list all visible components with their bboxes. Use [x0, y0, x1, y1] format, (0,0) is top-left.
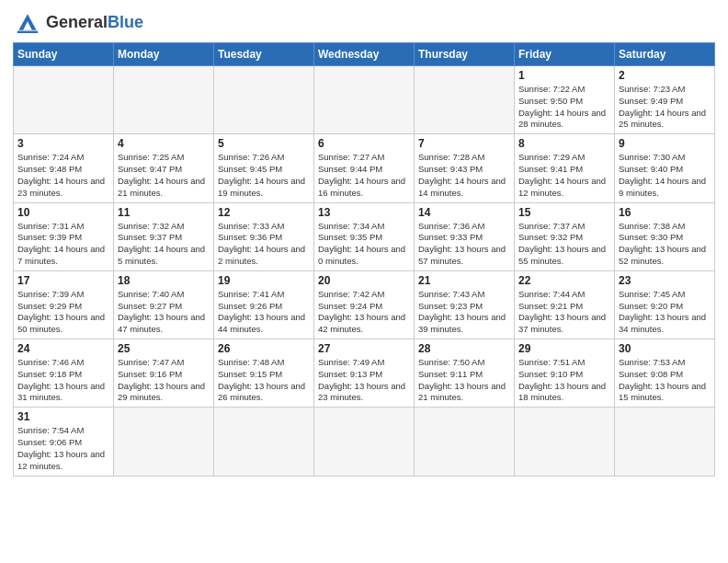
- calendar-cell: 28Sunrise: 7:50 AM Sunset: 9:11 PM Dayli…: [415, 339, 515, 408]
- calendar-cell: [314, 66, 415, 134]
- day-number: 18: [118, 274, 210, 287]
- day-number: 4: [118, 137, 210, 150]
- calendar-week-row: 24Sunrise: 7:46 AM Sunset: 9:18 PM Dayli…: [14, 339, 715, 408]
- calendar-cell: 29Sunrise: 7:51 AM Sunset: 9:10 PM Dayli…: [515, 339, 615, 408]
- calendar-cell: [415, 408, 515, 476]
- weekday-header-monday: Monday: [114, 43, 214, 66]
- day-number: 3: [17, 137, 109, 150]
- day-info: Sunrise: 7:51 AM Sunset: 9:10 PM Dayligh…: [518, 357, 610, 404]
- day-info: Sunrise: 7:28 AM Sunset: 9:43 PM Dayligh…: [418, 152, 510, 199]
- day-info: Sunrise: 7:31 AM Sunset: 9:39 PM Dayligh…: [17, 221, 109, 268]
- day-number: 16: [619, 206, 711, 219]
- day-number: 1: [518, 69, 610, 82]
- day-info: Sunrise: 7:48 AM Sunset: 9:15 PM Dayligh…: [218, 357, 310, 404]
- calendar-cell: 5Sunrise: 7:26 AM Sunset: 9:45 PM Daylig…: [214, 134, 314, 202]
- weekday-header-sunday: Sunday: [14, 43, 114, 66]
- day-info: Sunrise: 7:47 AM Sunset: 9:16 PM Dayligh…: [118, 357, 210, 404]
- day-number: 31: [17, 410, 109, 423]
- day-number: 13: [318, 206, 410, 219]
- day-info: Sunrise: 7:44 AM Sunset: 9:21 PM Dayligh…: [518, 289, 610, 336]
- calendar-cell: 18Sunrise: 7:40 AM Sunset: 9:27 PM Dayli…: [114, 270, 214, 339]
- calendar-cell: 20Sunrise: 7:42 AM Sunset: 9:24 PM Dayli…: [314, 270, 415, 339]
- calendar-cell: 7Sunrise: 7:28 AM Sunset: 9:43 PM Daylig…: [415, 134, 515, 202]
- day-info: Sunrise: 7:50 AM Sunset: 9:11 PM Dayligh…: [418, 357, 510, 404]
- day-number: 24: [17, 342, 109, 355]
- day-info: Sunrise: 7:33 AM Sunset: 9:36 PM Dayligh…: [218, 221, 310, 268]
- calendar-cell: [114, 408, 214, 476]
- day-info: Sunrise: 7:25 AM Sunset: 9:47 PM Dayligh…: [118, 152, 210, 199]
- day-info: Sunrise: 7:38 AM Sunset: 9:30 PM Dayligh…: [619, 221, 711, 268]
- day-info: Sunrise: 7:53 AM Sunset: 9:08 PM Dayligh…: [619, 357, 711, 404]
- day-info: Sunrise: 7:42 AM Sunset: 9:24 PM Dayligh…: [318, 289, 410, 336]
- day-number: 10: [17, 206, 109, 219]
- weekday-header-saturday: Saturday: [615, 43, 715, 66]
- day-info: Sunrise: 7:49 AM Sunset: 9:13 PM Dayligh…: [318, 357, 410, 404]
- day-number: 22: [518, 274, 610, 287]
- day-number: 29: [518, 342, 610, 355]
- calendar-cell: 23Sunrise: 7:45 AM Sunset: 9:20 PM Dayli…: [615, 270, 715, 339]
- day-number: 6: [318, 137, 410, 150]
- day-info: Sunrise: 7:39 AM Sunset: 9:29 PM Dayligh…: [17, 289, 109, 336]
- day-info: Sunrise: 7:37 AM Sunset: 9:32 PM Dayligh…: [518, 221, 610, 268]
- day-number: 8: [518, 137, 610, 150]
- calendar-cell: [615, 408, 715, 476]
- calendar-cell: [314, 408, 415, 476]
- calendar-cell: [114, 66, 214, 134]
- day-info: Sunrise: 7:36 AM Sunset: 9:33 PM Dayligh…: [418, 221, 510, 268]
- calendar-cell: [214, 66, 314, 134]
- logo-text: GeneralBlue: [46, 14, 143, 30]
- day-info: Sunrise: 7:24 AM Sunset: 9:48 PM Dayligh…: [17, 152, 109, 199]
- day-info: Sunrise: 7:26 AM Sunset: 9:45 PM Dayligh…: [218, 152, 310, 199]
- calendar-cell: 27Sunrise: 7:49 AM Sunset: 9:13 PM Dayli…: [314, 339, 415, 408]
- calendar-cell: 11Sunrise: 7:32 AM Sunset: 9:37 PM Dayli…: [114, 202, 214, 270]
- day-info: Sunrise: 7:32 AM Sunset: 9:37 PM Dayligh…: [118, 221, 210, 268]
- day-number: 2: [619, 69, 711, 82]
- calendar-cell: [415, 66, 515, 134]
- day-number: 23: [619, 274, 711, 287]
- day-info: Sunrise: 7:54 AM Sunset: 9:06 PM Dayligh…: [17, 425, 109, 472]
- calendar-table: SundayMondayTuesdayWednesdayThursdayFrid…: [13, 42, 715, 477]
- weekday-header-friday: Friday: [515, 43, 615, 66]
- calendar-week-row: 31Sunrise: 7:54 AM Sunset: 9:06 PM Dayli…: [14, 408, 715, 476]
- day-number: 30: [619, 342, 711, 355]
- calendar-cell: 4Sunrise: 7:25 AM Sunset: 9:47 PM Daylig…: [114, 134, 214, 202]
- calendar-cell: 21Sunrise: 7:43 AM Sunset: 9:23 PM Dayli…: [415, 270, 515, 339]
- calendar-cell: 25Sunrise: 7:47 AM Sunset: 9:16 PM Dayli…: [114, 339, 214, 408]
- day-info: Sunrise: 7:27 AM Sunset: 9:44 PM Dayligh…: [318, 152, 410, 199]
- calendar-cell: [14, 66, 114, 134]
- day-info: Sunrise: 7:29 AM Sunset: 9:41 PM Dayligh…: [518, 152, 610, 199]
- day-number: 12: [218, 206, 310, 219]
- day-number: 26: [218, 342, 310, 355]
- day-number: 27: [318, 342, 410, 355]
- day-number: 19: [218, 274, 310, 287]
- calendar-cell: [515, 408, 615, 476]
- calendar-week-row: 3Sunrise: 7:24 AM Sunset: 9:48 PM Daylig…: [14, 134, 715, 202]
- calendar-cell: 22Sunrise: 7:44 AM Sunset: 9:21 PM Dayli…: [515, 270, 615, 339]
- day-number: 11: [118, 206, 210, 219]
- calendar-cell: 13Sunrise: 7:34 AM Sunset: 9:35 PM Dayli…: [314, 202, 415, 270]
- logo: GeneralBlue: [13, 9, 143, 35]
- page-header: GeneralBlue: [13, 9, 715, 35]
- calendar-cell: 17Sunrise: 7:39 AM Sunset: 9:29 PM Dayli…: [14, 270, 114, 339]
- day-info: Sunrise: 7:34 AM Sunset: 9:35 PM Dayligh…: [318, 221, 410, 268]
- day-info: Sunrise: 7:41 AM Sunset: 9:26 PM Dayligh…: [218, 289, 310, 336]
- calendar-cell: 12Sunrise: 7:33 AM Sunset: 9:36 PM Dayli…: [214, 202, 314, 270]
- calendar-cell: 2Sunrise: 7:23 AM Sunset: 9:49 PM Daylig…: [615, 66, 715, 134]
- day-number: 14: [418, 206, 510, 219]
- calendar-cell: 26Sunrise: 7:48 AM Sunset: 9:15 PM Dayli…: [214, 339, 314, 408]
- day-number: 25: [118, 342, 210, 355]
- day-info: Sunrise: 7:23 AM Sunset: 9:49 PM Dayligh…: [619, 84, 711, 131]
- calendar-cell: 1Sunrise: 7:22 AM Sunset: 9:50 PM Daylig…: [515, 66, 615, 134]
- weekday-header-wednesday: Wednesday: [314, 43, 415, 66]
- calendar-week-row: 17Sunrise: 7:39 AM Sunset: 9:29 PM Dayli…: [14, 270, 715, 339]
- calendar-cell: 16Sunrise: 7:38 AM Sunset: 9:30 PM Dayli…: [615, 202, 715, 270]
- day-info: Sunrise: 7:45 AM Sunset: 9:20 PM Dayligh…: [619, 289, 711, 336]
- svg-rect-2: [17, 31, 38, 33]
- weekday-header-tuesday: Tuesday: [214, 43, 314, 66]
- calendar-cell: 3Sunrise: 7:24 AM Sunset: 9:48 PM Daylig…: [14, 134, 114, 202]
- calendar-cell: 19Sunrise: 7:41 AM Sunset: 9:26 PM Dayli…: [214, 270, 314, 339]
- day-number: 28: [418, 342, 510, 355]
- calendar-cell: 9Sunrise: 7:30 AM Sunset: 9:40 PM Daylig…: [615, 134, 715, 202]
- calendar-cell: [214, 408, 314, 476]
- calendar-week-row: 1Sunrise: 7:22 AM Sunset: 9:50 PM Daylig…: [14, 66, 715, 134]
